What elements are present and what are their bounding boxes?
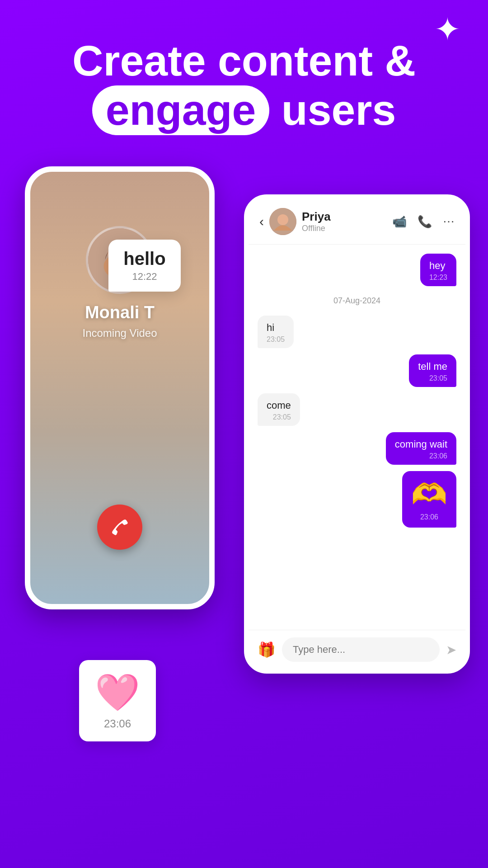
message-coming-wait: coming wait 23:06 [386,432,456,465]
caller-name: Monali T [85,303,155,322]
message-time: 23:06 [395,452,447,460]
chat-screen: ‹ Priya Offline 📹 📞 ⋯ hey 12:23 07-Aug-2… [244,194,470,674]
message-time: 23:05 [418,374,447,382]
sticker-emoji: 🫶 [411,477,447,511]
video-call-icon[interactable]: 📹 [392,215,407,229]
message-come: come 23:05 [258,393,300,426]
engage-highlight: engage [92,85,270,135]
header-actions: 📹 📞 ⋯ [392,215,455,229]
message-hey: hey 12:23 [420,254,456,286]
message-sticker: 🫶 23:06 [402,471,456,528]
call-type: Incoming Video [83,327,157,340]
message-input[interactable] [282,637,440,662]
chat-header: ‹ Priya Offline 📹 📞 ⋯ [249,199,465,245]
more-options-icon[interactable]: ⋯ [443,215,455,229]
message-time: 23:05 [267,335,285,344]
end-call-button[interactable] [97,505,142,550]
svg-point-4 [277,214,288,225]
hello-text: hello [122,249,167,269]
message-text: tell me [418,361,447,373]
hero-line1: Create content & [27,36,461,85]
hero-title: Create content & engage users [0,36,488,135]
contact-info: Priya Offline [302,210,392,233]
hello-time: 12:22 [122,271,167,283]
date-divider: 07-Aug-2024 [258,296,456,306]
contact-name: Priya [302,210,392,224]
message-text: come [267,400,291,411]
phone-call-icon[interactable]: 📞 [418,215,432,229]
chat-messages-list: hey 12:23 07-Aug-2024 hi 23:05 tell me 2… [249,245,465,630]
chat-input-bar: 🎁 ➤ [249,630,465,669]
contact-avatar [269,208,296,235]
contact-status: Offline [302,224,392,233]
hero-line2: engage users [27,85,461,135]
message-hi: hi 23:05 [258,316,294,348]
floating-hello-bubble: hello 12:22 [108,240,181,292]
gift-icon[interactable]: 🎁 [258,641,276,658]
phone-end-icon [109,516,131,538]
message-text: coming wait [395,439,447,450]
sticker-time: 23:06 [411,513,447,521]
call-screen: Monali T Incoming Video [25,166,215,609]
message-text: hey [429,260,447,272]
message-text: hi [267,322,285,334]
heart-emoji: 🩷 [95,671,140,714]
message-tell-me: tell me 23:05 [409,354,456,387]
send-button[interactable]: ➤ [446,642,456,657]
back-button[interactable]: ‹ [259,214,264,229]
avatar-svg [269,208,296,235]
heart-time: 23:06 [95,717,140,730]
floating-heart-bubble: 🩷 23:06 [79,660,156,741]
message-time: 23:05 [267,413,291,421]
message-time: 12:23 [429,274,447,282]
